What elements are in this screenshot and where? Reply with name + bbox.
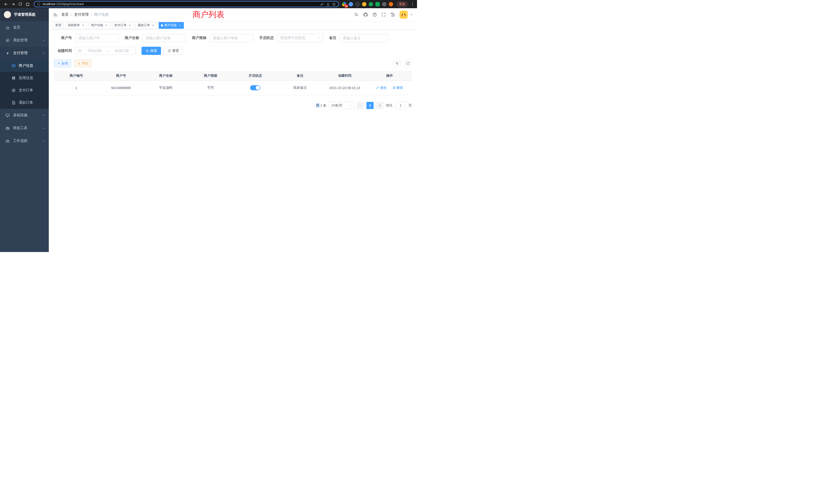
extension-icon-avatar[interactable]	[362, 2, 367, 6]
site-info-icon[interactable]	[37, 2, 41, 6]
short-name-input[interactable]	[210, 34, 253, 42]
fullscreen-icon[interactable]	[381, 12, 386, 17]
close-icon[interactable]	[178, 24, 181, 27]
filter-short-name: 商户简称	[192, 34, 253, 42]
sidebar: 芋道管理系统 首页 系统管理 ¥	[0, 8, 49, 252]
table-toolbar: 新增 导出	[54, 60, 412, 67]
extension-icon-orange[interactable]	[389, 2, 393, 6]
sidebar-item-infrastructure[interactable]: 基础设施	[0, 109, 49, 122]
home-button[interactable]	[24, 1, 31, 7]
prev-page-button[interactable]	[357, 102, 364, 109]
id-card-icon	[11, 64, 16, 68]
close-icon[interactable]	[81, 24, 85, 27]
sidebar-item-payment[interactable]: ¥ 支付管理	[0, 47, 49, 60]
avatar-caret-icon[interactable]	[410, 13, 413, 16]
toggle-search-button[interactable]	[393, 60, 401, 67]
sidebar-item-label: 商户信息	[19, 63, 45, 68]
col-header: 创建时间	[323, 71, 367, 81]
tab-merchant-info[interactable]: 商户信息	[159, 22, 184, 29]
extension-icon-colorwheel[interactable]: 10	[342, 2, 346, 6]
trash-icon	[392, 86, 396, 89]
sidebar-item-pay-orders[interactable]: 支付订单	[0, 84, 49, 96]
col-header: 商户号	[98, 71, 143, 81]
status-toggle[interactable]	[250, 85, 260, 90]
date-range-picker[interactable]: 开始日期 - 结束日期	[75, 47, 135, 55]
tab-label: 支付订单	[114, 23, 127, 27]
merchant-no-input[interactable]	[75, 34, 118, 42]
tab-refund-orders[interactable]: 退款订单	[135, 22, 157, 29]
sidebar-item-merchant-info[interactable]: 商户信息	[0, 60, 49, 72]
forward-button[interactable]	[10, 1, 17, 7]
address-bar[interactable]: localhost:1024/pay/merchant	[34, 1, 339, 7]
field-label: 商户简称	[192, 36, 206, 40]
back-button[interactable]	[3, 1, 9, 7]
close-icon[interactable]	[105, 24, 108, 27]
status-select[interactable]: 请选择开启状态	[277, 34, 323, 42]
extension-icon-green-circle[interactable]	[369, 2, 373, 6]
breadcrumb-item[interactable]: 首页	[61, 12, 69, 17]
extension-icon-green-square[interactable]	[375, 2, 380, 6]
home-icon	[25, 2, 30, 6]
breadcrumb-item[interactable]: 支付管理	[74, 12, 89, 17]
export-button[interactable]: 导出	[74, 60, 91, 67]
delete-link-label: 删除	[396, 86, 403, 90]
search-icon[interactable]	[354, 12, 359, 17]
reset-button-label: 重置	[172, 48, 179, 53]
user-avatar[interactable]	[399, 10, 408, 19]
sidebar-item-refund-orders[interactable]: 退款订单	[0, 96, 49, 109]
calendar-icon	[78, 49, 82, 53]
payment-submenu: 商户信息 应用信息 支付订单	[0, 60, 49, 109]
sidebar-fold-icon[interactable]	[53, 12, 58, 17]
help-icon[interactable]	[372, 12, 377, 17]
browser-menu-icon[interactable]	[411, 2, 414, 6]
sidebar-item-label: 工作流程	[13, 139, 42, 143]
merchant-table: 商户编号 商户号 商户全称 商户简称 开启状态 备注 创建时间 操作 1 M23…	[54, 71, 412, 95]
search-button[interactable]: 搜索	[141, 47, 161, 55]
extension-icon-blue[interactable]	[349, 2, 353, 6]
extension-icon-gray[interactable]	[382, 2, 387, 6]
sidebar-item-app-info[interactable]: 应用信息	[0, 72, 49, 84]
sidebar-item-system[interactable]: 系统管理	[0, 34, 49, 47]
extension-icon-dark[interactable]	[355, 2, 360, 6]
close-icon[interactable]	[151, 24, 155, 27]
next-page-button[interactable]	[376, 102, 383, 109]
page-number-button[interactable]: 1	[367, 102, 374, 109]
tab-user-group[interactable]: 用户分组	[89, 22, 110, 29]
breadcrumb-item-current: 商户信息	[94, 12, 109, 17]
page-body: 商户号 商户全称 商户简称 开启状态 请选择开启状态	[49, 30, 417, 252]
reset-button[interactable]: 重置	[163, 47, 183, 55]
tab-process-form[interactable]: 流程表单	[65, 22, 87, 29]
tab-home[interactable]: 首页	[53, 22, 64, 29]
bookmark-star-icon[interactable]	[332, 2, 336, 6]
share-icon[interactable]	[326, 2, 330, 6]
tab-pay-orders[interactable]: 支付订单	[112, 22, 134, 29]
font-size-icon[interactable]	[390, 12, 395, 17]
sidebar-logo[interactable]: 芋道管理系统	[0, 8, 49, 21]
delete-link[interactable]: 删除	[392, 86, 403, 90]
remark-input[interactable]	[339, 34, 388, 42]
close-icon[interactable]	[128, 24, 131, 27]
table-row: 1 M233666999 芋道源码 芋艿 我是备注 2021-10-23 08:…	[54, 81, 412, 95]
browser-update-button[interactable]: 更新	[396, 1, 408, 7]
gear-icon	[5, 38, 10, 43]
url-path: :1024/pay/merchant	[55, 2, 84, 6]
refresh-table-button[interactable]	[404, 60, 412, 67]
pencil-icon	[376, 86, 379, 89]
dashboard-icon	[5, 25, 10, 30]
edit-link[interactable]: 修改	[376, 86, 387, 90]
password-key-icon[interactable]	[320, 2, 324, 6]
chevron-down-icon	[349, 104, 352, 107]
full-name-input[interactable]	[142, 34, 186, 42]
refresh-button[interactable]	[17, 1, 24, 7]
goto-page-input[interactable]	[395, 102, 406, 109]
tags-view: 首页 流程表单 用户分组 支付订单 退款订单	[49, 21, 417, 30]
page-size-select[interactable]: 10条/页	[329, 102, 354, 109]
sidebar-item-home[interactable]: 首页	[0, 21, 49, 34]
svg-text:¥: ¥	[6, 51, 8, 55]
pagination: 共 1 条 10条/页 1 前往 页	[54, 102, 412, 109]
sidebar-item-dev-tools[interactable]: 研发工具	[0, 122, 49, 135]
sidebar-item-label: 系统管理	[13, 38, 42, 43]
sidebar-item-workflow[interactable]: 工作流程	[0, 135, 49, 147]
github-icon[interactable]	[363, 12, 368, 17]
add-button[interactable]: 新增	[54, 60, 71, 67]
